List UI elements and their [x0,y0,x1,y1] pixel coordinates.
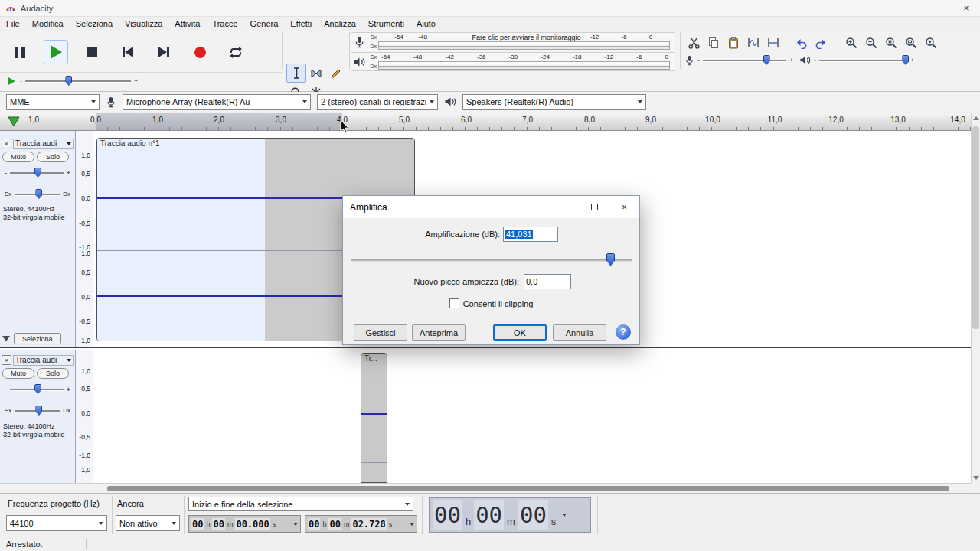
timeline-options-pointer[interactable] [8,116,20,127]
vertical-scrollbar-thumb[interactable] [972,126,979,329]
track-1-pan-thumb[interactable] [35,189,42,199]
menu-strumenti[interactable]: Strumenti [362,18,410,29]
fit-project-button[interactable] [902,34,920,52]
menu-attivita[interactable]: Attività [168,18,206,29]
zoom-out-button[interactable] [862,34,880,52]
selection-tool-button[interactable] [286,64,306,83]
track-1-pan-slider[interactable] [15,188,60,200]
recording-meter[interactable]: Sx Dx -54 -48 Fare clic per avviare il m… [351,32,675,51]
track-1-close-button[interactable]: × [2,139,11,148]
snap-select[interactable]: Non attivo [116,515,180,531]
end-seconds[interactable]: 02.728 [351,518,386,530]
copy-button[interactable] [704,34,723,52]
menu-modifica[interactable]: Modifica [26,18,70,29]
recording-volume-thumb[interactable] [763,55,770,65]
track-2-name-menu[interactable]: Traccia audi [13,355,74,366]
skip-to-end-button[interactable] [152,40,176,64]
ok-button[interactable]: OK [493,324,547,341]
play-speed-slider[interactable] [25,75,132,86]
track-2-pan-thumb[interactable] [35,406,42,416]
fit-selection-button[interactable] [882,34,900,52]
amplification-slider[interactable] [349,253,634,267]
playback-device-select[interactable]: Speakers (Realtek(R) Audio) [462,94,646,110]
horizontal-scrollbar[interactable] [0,483,971,493]
menu-effetti[interactable]: Effetti [284,18,318,29]
position-minutes[interactable]: 00 [474,500,504,530]
maximize-button[interactable] [925,0,952,16]
track-1-gain-thumb[interactable] [34,168,41,178]
track-2-waveform-area[interactable]: Tr... [94,350,971,483]
dialog-maximize-button[interactable] [580,196,609,218]
stop-button[interactable] [80,40,104,64]
track-2-solo-button[interactable]: Solo [37,368,69,379]
envelope-tool-button[interactable] [306,64,326,83]
cancel-button[interactable]: Annulla [553,324,606,341]
position-hours[interactable]: 00 [433,500,462,530]
play-button[interactable] [44,40,68,64]
chevron-down-icon[interactable] [562,514,567,517]
end-hours[interactable]: 00 [308,518,320,530]
playback-meter[interactable]: Sx Dx -54 -48 -42 -36 -30 -24 -18 -12 -6… [351,52,675,71]
chevron-down-icon[interactable] [410,523,414,526]
track-1-select-button[interactable]: Seleziona [14,333,61,344]
silence-audio-button[interactable] [764,34,782,52]
timeline-ruler[interactable]: 1,0 0,0 1,0 2,0 3,0 4,0 5,0 6,0 7,0 8,0 … [0,113,971,131]
chevron-down-icon[interactable] [293,523,298,526]
paste-button[interactable] [724,34,743,52]
recording-volume-slider[interactable] [703,54,787,66]
menu-seleziona[interactable]: Seleziona [70,18,119,29]
allow-clipping-checkbox[interactable] [449,298,459,308]
draw-tool-button[interactable] [326,64,346,83]
preview-button[interactable]: Anteprima [412,324,466,341]
track-1-gain-slider[interactable] [10,167,64,178]
menu-tracce[interactable]: Tracce [206,18,243,29]
start-hours[interactable]: 00 [191,518,204,530]
track-2-mute-button[interactable]: Muto [2,368,34,379]
minimize-button[interactable] [897,0,925,16]
trim-audio-button[interactable] [744,34,763,52]
dialog-minimize-button[interactable] [550,196,580,218]
loop-button[interactable] [224,40,248,64]
close-button[interactable]: × [952,0,980,16]
track-2-close-button[interactable]: × [2,355,11,365]
pause-button[interactable] [8,40,32,64]
recording-channels-select[interactable]: 2 (stereo) canali di registrazi [317,94,438,110]
scroll-down-arrow[interactable] [973,476,979,480]
recording-device-select[interactable]: Microphone Array (Realtek(R) Au [122,94,311,110]
end-minutes[interactable]: 00 [328,518,341,530]
undo-button[interactable] [792,34,810,52]
menu-aiuto[interactable]: Aiuto [410,18,442,29]
track-2-clip[interactable]: Tr... [361,353,387,483]
redo-button[interactable] [812,34,830,52]
zoom-toggle-button[interactable] [922,34,940,52]
menu-genera[interactable]: Genera [244,18,285,29]
track-2-vertical-ruler[interactable]: 1,0 0,5 0,0 -0,5 -1,0 1,0 [76,350,93,483]
selection-start-field[interactable]: 00 h 00 m 00.000 s [188,515,301,533]
selection-end-field[interactable]: 00 h 00 m 02.728 s [305,515,417,533]
track-1-mute-button[interactable]: Muto [2,152,34,162]
track-2-pan-slider[interactable] [15,405,60,416]
manage-button[interactable]: Gestisci [354,324,407,341]
track-1-solo-button[interactable]: Solo [37,152,69,162]
dialog-close-button[interactable]: × [609,196,639,218]
skip-to-start-button[interactable] [116,40,140,64]
audio-host-select[interactable]: MME [6,94,100,110]
menu-file[interactable]: File [0,18,26,29]
amplification-slider-thumb[interactable] [606,253,615,266]
scroll-up-arrow[interactable] [973,116,979,120]
new-peak-input[interactable]: 0,0 [524,274,571,289]
playback-volume-slider[interactable] [819,54,908,66]
selection-mode-select[interactable]: Inizio e fine della selezione [188,497,413,511]
menu-analizza[interactable]: Analizza [318,18,362,29]
start-seconds[interactable]: 00.000 [235,518,270,530]
amplification-input[interactable]: 41,031 [503,227,558,242]
track-1-name-menu[interactable]: Traccia audi [13,139,74,149]
record-button[interactable] [188,40,212,64]
play-speed-thumb[interactable] [65,76,72,86]
horizontal-scrollbar-thumb[interactable] [107,486,949,491]
track-2-gain-thumb[interactable] [34,384,41,394]
track-1-collapse-icon[interactable] [2,336,10,341]
start-minutes[interactable]: 00 [212,518,224,530]
position-seconds[interactable]: 00 [518,500,548,530]
track-1-vertical-ruler[interactable]: 1,0 0,5 0,0 -0,5 -1,0 1,0 0,5 0,0 -0,5 -… [76,131,93,347]
